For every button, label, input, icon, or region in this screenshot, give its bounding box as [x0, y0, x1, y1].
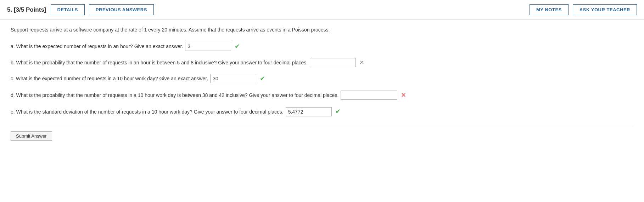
ask-teacher-button[interactable]: ASK YOUR TEACHER [573, 4, 637, 15]
answer-input-b[interactable] [310, 58, 356, 67]
details-button[interactable]: DETAILS [51, 4, 85, 15]
status-icon-b: ✕ [359, 58, 364, 67]
status-icon-e: ✔ [335, 106, 341, 117]
status-icon-c: ✔ [260, 74, 265, 84]
question-text-e: e. What is the standard deviation of the… [11, 108, 284, 116]
page-wrapper: 5. [3/5 Points] DETAILS PREVIOUS ANSWERS… [0, 0, 644, 202]
question-text-b: b. What is the probability that the numb… [11, 59, 308, 67]
problem-description: Support requests arrive at a software co… [11, 26, 633, 34]
previous-answers-button[interactable]: PREVIOUS ANSWERS [89, 4, 154, 15]
submit-button[interactable]: Submit Answer [11, 131, 52, 141]
status-icon-a: ✔ [235, 41, 240, 52]
question-label: 5. [3/5 Points] [7, 6, 46, 13]
content-area: Support requests arrive at a software co… [0, 20, 644, 148]
header-bar: 5. [3/5 Points] DETAILS PREVIOUS ANSWERS… [0, 0, 644, 20]
submit-area: Submit Answer [11, 127, 633, 141]
question-row-e: e. What is the standard deviation of the… [11, 106, 633, 117]
question-row-b: b. What is the probability that the numb… [11, 58, 633, 67]
answer-input-c[interactable] [210, 74, 256, 83]
my-notes-button[interactable]: MY NOTES [530, 4, 569, 15]
question-row-c: c. What is the expected number of reques… [11, 74, 633, 84]
status-icon-d: ✕ [401, 90, 406, 100]
question-row-d: d. What is the probability that the numb… [11, 90, 633, 100]
header-left: 5. [3/5 Points] DETAILS PREVIOUS ANSWERS [7, 4, 154, 15]
header-right: MY NOTES ASK YOUR TEACHER [530, 4, 637, 15]
question-text-d: d. What is the probability that the numb… [11, 91, 338, 99]
answer-input-a[interactable] [185, 42, 231, 51]
answer-input-e[interactable] [286, 107, 332, 116]
question-row-a: a. What is the expected number of reques… [11, 41, 633, 52]
question-text-c: c. What is the expected number of reques… [11, 75, 208, 82]
question-text-a: a. What is the expected number of reques… [11, 42, 183, 50]
answer-input-d[interactable] [341, 91, 397, 100]
